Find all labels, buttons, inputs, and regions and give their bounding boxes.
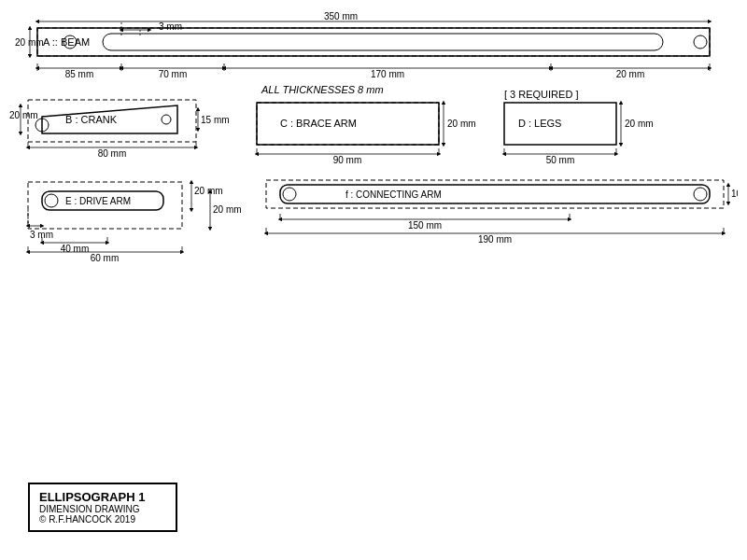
beam-dim-total: 350 mm (324, 11, 358, 21)
svg-rect-0 (37, 28, 710, 56)
brace-dim-20: 20 mm (447, 119, 476, 129)
svg-point-22 (162, 115, 171, 124)
beam-dim-height: 20 mm (15, 37, 44, 48)
thickness-note: ALL THICKNESSES 8 mm (261, 84, 384, 95)
conn-dim-150: 150 mm (408, 220, 442, 231)
beam-dim-70: 70 mm (159, 69, 188, 79)
crank-dim-height: 20 mm (9, 110, 38, 120)
brace-dim-90: 90 mm (333, 155, 362, 165)
crank-dim-15: 15 mm (201, 115, 230, 125)
legs-dim-50: 50 mm (546, 155, 575, 165)
svg-point-4 (694, 35, 707, 49)
svg-rect-53 (280, 185, 710, 203)
svg-point-55 (694, 188, 707, 201)
title-box: ELLIPSOGRAPH 1 DIMENSION DRAWING © R.F.H… (28, 483, 177, 532)
svg-point-54 (283, 188, 296, 201)
svg-rect-1 (37, 28, 710, 56)
conn-dim-190: 190 mm (478, 234, 512, 245)
drive-dim-60: 60 mm (91, 253, 120, 263)
drawing-title: ELLIPSOGRAPH 1 (39, 490, 166, 504)
drive-dim-20b: 20 mm (213, 204, 242, 215)
svg-point-41 (45, 194, 58, 207)
drive-arm-label: E : DRIVE ARM (65, 196, 131, 206)
crank-label: B : CRANK (65, 114, 118, 125)
crank-dim-80: 80 mm (98, 148, 127, 159)
connecting-arm-label: f : CONNECTING ARM (345, 189, 442, 200)
beam-dim-3mm: 3 mm (159, 21, 182, 32)
drawing-copyright: © R.F.HANCOCK 2019 (39, 514, 166, 525)
beam-label: A :: BEAM (43, 36, 90, 48)
svg-rect-2 (103, 34, 663, 50)
conn-dim-10: 10 mm (731, 189, 738, 199)
beam-dim-170: 170 mm (371, 69, 404, 79)
brace-arm-label: C : BRACE ARM (280, 118, 357, 129)
legs-dim-20: 20 mm (625, 119, 654, 129)
drawing-area: A :: BEAM 350 mm 20 mm 85 mm 70 mm 3 mm … (9, 9, 738, 551)
legs-required: [ 3 REQUIRED ] (504, 89, 578, 100)
beam-dim-20r: 20 mm (616, 69, 645, 79)
drive-dim-20a: 20 mm (194, 186, 223, 196)
drive-dim-3mm: 3 mm (30, 230, 53, 240)
beam-dim-85: 85 mm (65, 69, 94, 79)
legs-label: D : LEGS (518, 118, 561, 129)
drawing-subtitle: DIMENSION DRAWING (39, 504, 166, 514)
